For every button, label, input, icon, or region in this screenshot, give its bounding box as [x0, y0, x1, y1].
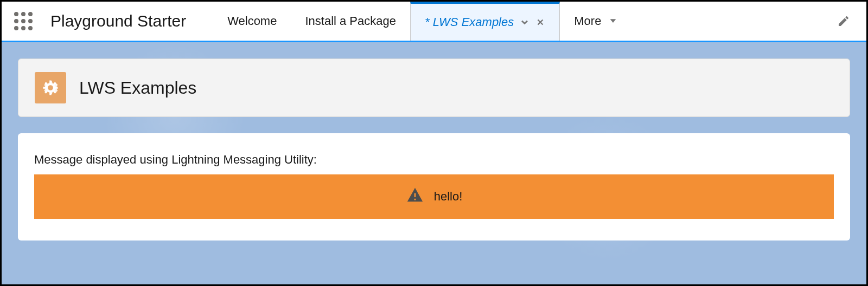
app-name: Playground Starter — [50, 12, 186, 30]
svg-rect-13 — [414, 193, 416, 197]
more-label: More — [574, 14, 601, 28]
content-card: Message displayed using Lightning Messag… — [18, 133, 850, 240]
svg-line-10 — [54, 91, 55, 93]
tab-more[interactable]: More — [560, 2, 631, 41]
tab-install-package[interactable]: Install a Package — [291, 2, 410, 41]
svg-line-11 — [45, 91, 47, 93]
message-label: Message displayed using Lightning Messag… — [34, 153, 834, 167]
svg-line-9 — [45, 82, 47, 84]
gear-icon — [35, 72, 66, 103]
svg-line-12 — [54, 82, 55, 84]
app-navbar: Playground Starter Welcome Install a Pac… — [2, 2, 866, 42]
close-icon[interactable] — [535, 17, 545, 27]
alert-text: hello! — [434, 190, 463, 204]
tab-lws-examples[interactable]: LWS Examples — [410, 2, 560, 41]
nav-tabs: Welcome Install a Package LWS Examples M… — [213, 2, 631, 41]
edit-button[interactable] — [837, 15, 850, 28]
alert-banner: hello! — [34, 174, 834, 219]
page-title: LWS Examples — [79, 78, 196, 98]
chevron-down-icon[interactable] — [519, 17, 530, 28]
app-launcher-icon[interactable] — [11, 9, 35, 33]
tab-welcome[interactable]: Welcome — [213, 2, 291, 41]
triangle-down-icon — [609, 14, 617, 28]
svg-point-3 — [48, 85, 53, 90]
page-body: LWS Examples Message displayed using Lig… — [2, 42, 866, 284]
tab-label: LWS Examples — [425, 15, 514, 29]
warning-icon — [406, 186, 424, 207]
tab-label: Install a Package — [305, 14, 396, 28]
tab-label: Welcome — [227, 14, 277, 28]
svg-point-14 — [414, 198, 416, 200]
svg-marker-2 — [610, 19, 616, 23]
page-header-card: LWS Examples — [18, 58, 850, 117]
